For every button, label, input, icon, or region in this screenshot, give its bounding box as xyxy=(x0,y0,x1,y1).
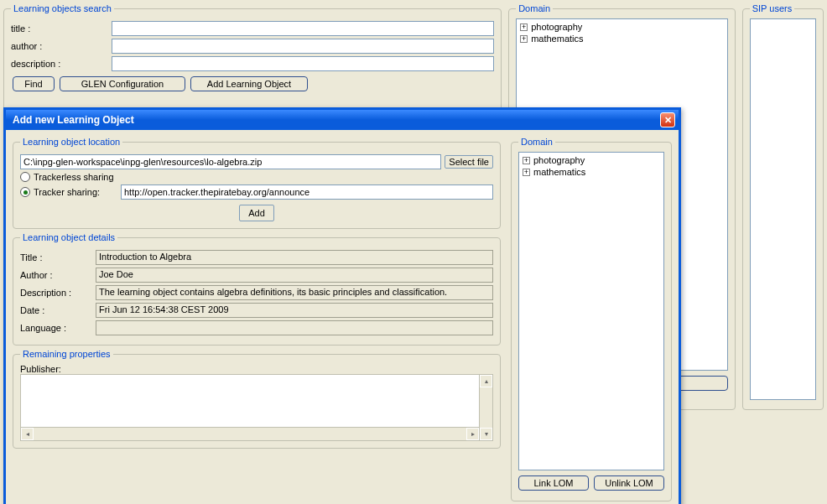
search-title-input[interactable] xyxy=(112,21,494,36)
tree-item[interactable]: + photography xyxy=(518,21,726,33)
remaining-legend: Remaining properties xyxy=(20,349,113,359)
close-icon[interactable]: ✕ xyxy=(660,112,675,127)
plus-icon[interactable]: + xyxy=(520,23,528,31)
sip-fieldset: SIP users xyxy=(742,3,824,410)
remaining-fieldset: Remaining properties Publisher: ▴ ▾ ◂ ▸ xyxy=(13,349,501,449)
detail-date-label: Date : xyxy=(20,305,96,315)
dialog-domain-tree[interactable]: + photography + mathematics xyxy=(518,152,664,470)
label-description: description : xyxy=(11,59,112,69)
search-legend: Learning objects search xyxy=(11,3,114,13)
chevron-right-icon[interactable]: ▸ xyxy=(466,428,479,440)
detail-description-value: The learning object contains algebra def… xyxy=(96,285,493,300)
trackerless-radio[interactable] xyxy=(20,172,30,182)
plus-icon[interactable]: + xyxy=(523,169,530,176)
detail-date-value: Fri Jun 12 16:54:38 CEST 2009 xyxy=(96,303,493,318)
select-file-button[interactable]: Select file xyxy=(445,155,493,169)
detail-description-label: Description : xyxy=(20,288,96,298)
trackerless-label: Trackerless sharing xyxy=(34,172,114,182)
remaining-properties-box[interactable]: ▴ ▾ ◂ ▸ xyxy=(20,374,493,441)
tree-item-label: photography xyxy=(531,22,582,32)
search-description-input[interactable] xyxy=(112,56,494,71)
tree-item[interactable]: + mathematics xyxy=(521,166,662,178)
dialog-title: Add new Learning Object xyxy=(13,114,134,126)
unlink-lom-button[interactable]: Unlink LOM xyxy=(594,475,664,491)
tree-item[interactable]: + photography xyxy=(521,154,662,166)
tree-item-label: mathematics xyxy=(531,34,583,44)
link-lom-button[interactable]: Link LOM xyxy=(518,475,589,491)
chevron-down-icon[interactable]: ▾ xyxy=(480,428,492,440)
publisher-label: Publisher: xyxy=(20,364,493,374)
detail-author-value: Joe Doe xyxy=(96,268,493,283)
detail-title-value: Introduction to Algebra xyxy=(96,250,493,265)
dialog-domain-fieldset: Domain + photography + mathematics Link … xyxy=(511,137,672,501)
file-path-input[interactable] xyxy=(20,154,441,169)
add-tracker-button[interactable]: Add xyxy=(239,205,274,221)
search-author-input[interactable] xyxy=(112,39,494,54)
domain-legend: Domain xyxy=(516,3,553,13)
glen-config-button[interactable]: GLEN Configuration xyxy=(60,76,185,91)
chevron-left-icon[interactable]: ◂ xyxy=(21,428,34,440)
dialog-domain-legend: Domain xyxy=(518,137,555,147)
add-learning-object-button[interactable]: Add Learning Object xyxy=(190,76,308,91)
detail-author-label: Author : xyxy=(20,270,96,280)
tracker-url-input[interactable] xyxy=(121,184,493,200)
label-author: author : xyxy=(11,41,112,51)
location-legend: Learning object location xyxy=(20,137,122,147)
chevron-up-icon[interactable]: ▴ xyxy=(480,375,492,387)
details-fieldset: Learning object details Title : Introduc… xyxy=(13,232,501,346)
sip-legend: SIP users xyxy=(750,3,795,13)
tracker-sharing-radio[interactable] xyxy=(20,187,30,197)
tree-item-label: mathematics xyxy=(533,167,585,177)
detail-title-label: Title : xyxy=(20,252,96,262)
plus-icon[interactable]: + xyxy=(523,157,530,164)
tree-item-label: photography xyxy=(533,155,585,165)
detail-language-value xyxy=(96,320,493,335)
sip-users-list[interactable] xyxy=(750,18,816,400)
dialog-titlebar[interactable]: Add new Learning Object ✕ xyxy=(6,110,679,130)
scrollbar-vertical[interactable]: ▴ ▾ xyxy=(479,375,492,440)
scrollbar-horizontal[interactable]: ◂ ▸ xyxy=(21,427,479,440)
detail-language-label: Language : xyxy=(20,323,96,333)
location-fieldset: Learning object location Select file Tra… xyxy=(13,137,501,229)
find-button[interactable]: Find xyxy=(13,76,55,91)
tracker-sharing-label: Tracker sharing: xyxy=(34,187,117,197)
add-learning-object-dialog: Add new Learning Object ✕ Learning objec… xyxy=(3,107,681,504)
tree-item[interactable]: + mathematics xyxy=(518,33,726,44)
details-legend: Learning object details xyxy=(20,232,117,242)
plus-icon[interactable]: + xyxy=(520,35,528,43)
label-title: title : xyxy=(11,23,112,34)
